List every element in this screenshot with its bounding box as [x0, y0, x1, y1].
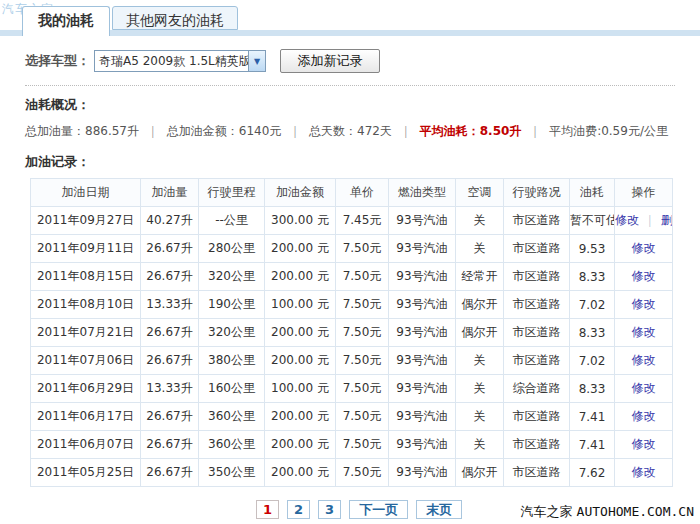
table-row: 2011年05月25日26.67升350公里200.00 元7.50元93号汽油… — [31, 459, 673, 487]
table-row: 2011年08月10日13.33升190公里100.00 元7.50元93号汽油… — [31, 291, 673, 319]
tab-others-fuel[interactable]: 其他网友的油耗 — [112, 6, 238, 30]
car-model-selected-value: 奇瑞A5 2009款 1.5L精英版 — [95, 51, 248, 71]
edit-link[interactable]: 修改 — [632, 465, 656, 479]
table-row: 2011年07月21日26.67升320公里200.00 元7.50元93号汽油… — [31, 319, 673, 347]
site-watermark-bottom: 汽车之家 AUTOHOME.COM.CN — [520, 503, 694, 521]
edit-link[interactable]: 修改 — [632, 241, 656, 255]
edit-link[interactable]: 修改 — [615, 213, 639, 227]
table-cell: 7.50元 — [336, 235, 389, 263]
table-cell: 26.67升 — [141, 459, 199, 487]
table-cell: 93号汽油 — [389, 207, 456, 235]
table-cell: 160公里 — [199, 375, 265, 403]
table-cell: 7.45元 — [336, 207, 389, 235]
table-cell: 350公里 — [199, 459, 265, 487]
table-row: 2011年08月15日26.67升320公里200.00 元7.50元93号汽油… — [31, 263, 673, 291]
table-cell: 7.50元 — [336, 291, 389, 319]
pagination-pages: 123 — [256, 500, 341, 519]
table-cell: 13.33升 — [141, 291, 199, 319]
table-cell: 100.00 元 — [265, 291, 336, 319]
ops-cell: 修改 — [615, 347, 673, 375]
table-cell: 26.67升 — [141, 263, 199, 291]
table-cell: 93号汽油 — [389, 263, 456, 291]
table-cell: 2011年08月15日 — [31, 263, 141, 291]
table-cell: 93号汽油 — [389, 319, 456, 347]
add-record-button[interactable]: 添加新记录 — [280, 49, 380, 73]
column-header: 行驶路况 — [504, 179, 570, 207]
table-cell: 200.00 元 — [265, 459, 336, 487]
stat-item: 总加油量：886.57升 — [25, 124, 139, 138]
ops-cell: 修改 — [615, 263, 673, 291]
delete-link[interactable]: 删除 — [661, 213, 673, 227]
overview-title: 油耗概况： — [25, 96, 700, 114]
table-cell: 2011年06月29日 — [31, 375, 141, 403]
ops-cell: 修改 — [615, 319, 673, 347]
table-cell: 200.00 元 — [265, 431, 336, 459]
next-page-button[interactable]: 下一页 — [349, 500, 408, 519]
column-header: 加油金额 — [265, 179, 336, 207]
table-cell: 7.50元 — [336, 263, 389, 291]
table-cell: 7.50元 — [336, 375, 389, 403]
table-cell: 320公里 — [199, 263, 265, 291]
table-cell: --公里 — [199, 207, 265, 235]
column-header: 行驶里程 — [199, 179, 265, 207]
edit-link[interactable]: 修改 — [632, 297, 656, 311]
table-cell: 暂不可估 — [570, 207, 615, 235]
table-cell: 2011年07月06日 — [31, 347, 141, 375]
table-cell: 关 — [456, 235, 504, 263]
table-cell: 13.33升 — [141, 375, 199, 403]
last-page-button[interactable]: 末页 — [416, 500, 462, 519]
table-cell: 26.67升 — [141, 431, 199, 459]
records-body: 2011年09月27日40.27升--公里300.00 元7.45元93号汽油关… — [31, 207, 673, 487]
table-cell: 7.41 — [570, 431, 615, 459]
stat-item: 平均油耗：8.50升 — [420, 124, 522, 138]
table-cell: 7.02 — [570, 291, 615, 319]
table-cell: 93号汽油 — [389, 347, 456, 375]
fuel-log-page: 汽车之家 我的油耗 其他网友的油耗 选择车型： 奇瑞A5 2009款 1.5L精… — [0, 0, 700, 524]
edit-link[interactable]: 修改 — [632, 325, 656, 339]
column-header: 加油量 — [141, 179, 199, 207]
page-1-button[interactable]: 1 — [256, 500, 279, 519]
table-cell: 8.33 — [570, 263, 615, 291]
edit-link[interactable]: 修改 — [632, 437, 656, 451]
table-cell: 8.33 — [570, 319, 615, 347]
table-cell: 360公里 — [199, 403, 265, 431]
ops-cell: 修改 — [615, 375, 673, 403]
edit-link[interactable]: 修改 — [632, 409, 656, 423]
edit-link[interactable]: 修改 — [632, 353, 656, 367]
table-cell: 200.00 元 — [265, 235, 336, 263]
table-cell: 300.00 元 — [265, 207, 336, 235]
table-cell: 200.00 元 — [265, 403, 336, 431]
table-cell: 2011年05月25日 — [31, 459, 141, 487]
table-cell: 市区道路 — [504, 319, 570, 347]
edit-link[interactable]: 修改 — [632, 381, 656, 395]
table-cell: 偶尔开 — [456, 459, 504, 487]
table-cell: 360公里 — [199, 431, 265, 459]
column-header: 单价 — [336, 179, 389, 207]
ops-cell: 修改 — [615, 431, 673, 459]
table-cell: 关 — [456, 375, 504, 403]
car-model-select[interactable]: 奇瑞A5 2009款 1.5L精英版 ▼ — [94, 50, 266, 72]
table-cell: 7.50元 — [336, 319, 389, 347]
page-2-button[interactable]: 2 — [287, 500, 310, 519]
stat-separator: ｜ — [529, 124, 541, 138]
edit-link[interactable]: 修改 — [632, 269, 656, 283]
stat-item: 平均油费:0.59元/公里 — [549, 124, 668, 138]
table-cell: 93号汽油 — [389, 291, 456, 319]
table-cell: 2011年06月17日 — [31, 403, 141, 431]
tab-my-fuel[interactable]: 我的油耗 — [22, 6, 110, 36]
stat-item: 总加油金额：6140元 — [167, 124, 282, 138]
ops-cell: 修改｜删除 — [615, 207, 673, 235]
column-header: 操作 — [615, 179, 673, 207]
ops-cell: 修改 — [615, 459, 673, 487]
table-cell: 320公里 — [199, 319, 265, 347]
table-cell: 26.67升 — [141, 319, 199, 347]
page-3-button[interactable]: 3 — [318, 500, 341, 519]
ops-cell: 修改 — [615, 235, 673, 263]
table-cell: 190公里 — [199, 291, 265, 319]
table-cell: 26.67升 — [141, 235, 199, 263]
table-cell: 市区道路 — [504, 207, 570, 235]
stat-item: 总天数：472天 — [309, 124, 392, 138]
table-cell: 280公里 — [199, 235, 265, 263]
table-cell: 关 — [456, 431, 504, 459]
chevron-down-icon: ▼ — [248, 51, 265, 71]
